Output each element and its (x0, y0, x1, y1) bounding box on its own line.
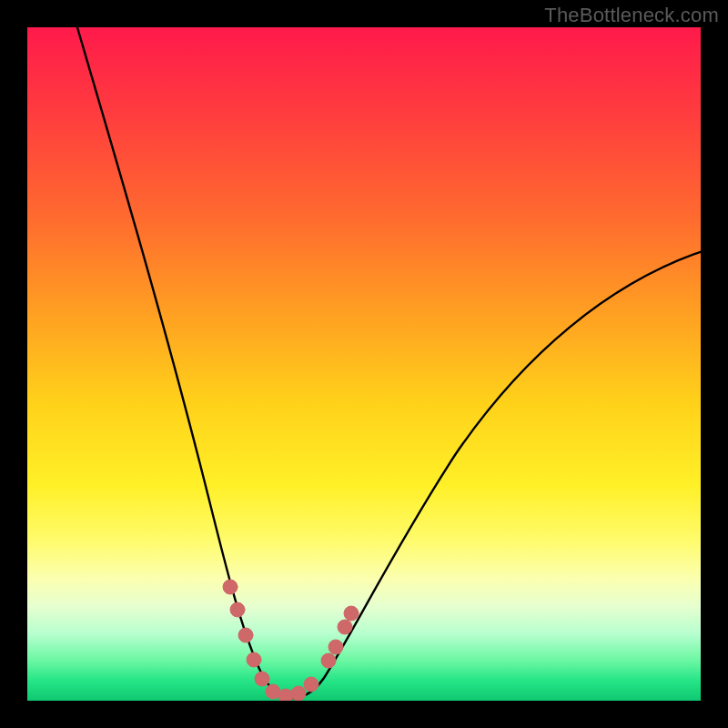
watermark-text: TheBottleneck.com (544, 4, 719, 27)
svg-point-2 (238, 628, 253, 642)
plot-area (27, 27, 701, 701)
svg-point-3 (247, 652, 261, 667)
bottleneck-curve (75, 27, 701, 698)
svg-point-1 (230, 602, 245, 617)
curve-layer (27, 27, 701, 701)
svg-point-11 (338, 620, 352, 634)
highlight-dots (223, 580, 359, 701)
svg-point-4 (255, 672, 269, 686)
svg-point-10 (329, 640, 343, 654)
svg-point-7 (291, 686, 306, 701)
svg-point-8 (304, 677, 318, 692)
svg-point-9 (321, 653, 336, 668)
chart-frame: TheBottleneck.com (0, 0, 728, 728)
svg-point-6 (278, 689, 293, 701)
svg-point-0 (223, 580, 238, 594)
svg-point-12 (344, 606, 359, 621)
